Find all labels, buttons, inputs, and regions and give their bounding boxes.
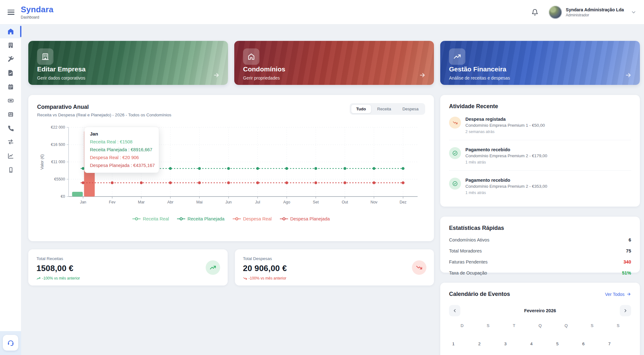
sidebar-item-agenda[interactable]	[0, 80, 21, 94]
calendar-day[interactable]: 2	[475, 339, 495, 349]
check-circle-icon	[449, 147, 461, 159]
activity-item-detail: Condomínio Empresa Premium 2 - €353,00	[465, 184, 547, 189]
arrow-right-icon	[213, 72, 220, 80]
sidebar-item-faturas[interactable]	[0, 94, 21, 108]
support-button[interactable]	[3, 335, 18, 351]
sidebar-item-condominios[interactable]	[0, 38, 21, 52]
sidebar-item-movimentos[interactable]	[0, 135, 21, 149]
view-all-link[interactable]: Ver Todos	[605, 292, 631, 297]
calendar-day-cell[interactable]: 4	[527, 339, 553, 355]
legend-item[interactable]: Receita Planejada	[177, 216, 225, 221]
calendar-days-grid: 1234567891011121314	[449, 339, 631, 355]
tab-receita[interactable]: Receita	[372, 104, 397, 114]
sidebar-footer	[0, 331, 21, 355]
building-icon	[7, 42, 14, 49]
svg-text:Nov: Nov	[370, 200, 378, 204]
calendar-day[interactable]: 5	[553, 339, 573, 349]
tab-despesa[interactable]: Despesa	[397, 104, 424, 114]
svg-text:Set: Set	[313, 200, 319, 204]
sidebar-item-manutencao[interactable]	[0, 52, 21, 66]
sidebar-item-relatorios[interactable]	[0, 66, 21, 80]
legend-item[interactable]: Despesa Planejada	[280, 216, 330, 221]
menu-icon[interactable]	[8, 10, 14, 15]
total-receitas-card: Total Receitas 1508,00 € -100% vs mês an…	[28, 249, 228, 286]
quick-stat-label: Condomínios Ativos	[449, 237, 489, 242]
user-block[interactable]: Syndara Administração Lda Administrador	[566, 7, 624, 17]
arrow-right-icon	[419, 72, 426, 80]
activity-item-title: Pagamento recebido	[465, 147, 547, 152]
events-calendar-card: Calendário de Eventos Ver Todos Fevereir…	[440, 283, 640, 355]
trending-up-icon	[209, 264, 216, 271]
quick-stat-value: 75	[626, 248, 631, 253]
banner-gestao-financeira[interactable]: Gestão Financeira Análise de receitas e …	[440, 41, 640, 85]
tooltip-row: Despesa Real : €20 906	[90, 155, 153, 160]
svg-text:Jan: Jan	[80, 200, 86, 204]
sidebar-item-analises[interactable]	[0, 149, 21, 163]
chevron-down-icon[interactable]	[631, 9, 636, 15]
calendar-day-cell[interactable]: 3	[501, 339, 527, 355]
calendar-weekday: D	[449, 323, 475, 332]
app-logo: Syndara	[21, 5, 53, 14]
sidebar-item-contactos[interactable]	[0, 121, 21, 135]
calendar-day-cell[interactable]: 7	[605, 339, 631, 355]
calendar-day-cell[interactable]: 2	[475, 339, 501, 355]
logo-block: Syndara Dashboard	[21, 5, 53, 19]
calendar-day-cell[interactable]: 1	[449, 339, 475, 355]
svg-text:€11 000: €11 000	[51, 160, 65, 164]
check-circle-icon	[449, 178, 461, 190]
calendar-day[interactable]: 1	[449, 339, 469, 349]
tooltip-row: Despesa Planejada : €4375,167	[90, 163, 153, 168]
legend-item[interactable]: Despesa Real	[233, 216, 272, 221]
ticket-icon	[7, 97, 14, 104]
banner-condominios[interactable]: Condomínios Gerir propriedades	[234, 41, 434, 85]
banner-editar-empresa[interactable]: Editar Empresa Gerir dados corporativos	[28, 41, 228, 85]
calendar-day[interactable]: 3	[501, 339, 521, 349]
tab-tudo[interactable]: Tudo	[351, 104, 371, 114]
user-avatar[interactable]	[549, 6, 562, 19]
activity-item-title: Despesa registada	[465, 117, 545, 122]
banner-row: Editar Empresa Gerir dados corporativos …	[28, 41, 640, 85]
banner-subtitle: Gerir propriedades	[243, 75, 280, 80]
activity-item-time: 1 mês atrás	[465, 191, 547, 195]
quick-stat-label: Taxa de Ocupação	[449, 270, 487, 275]
mobile-icon	[8, 167, 14, 173]
sidebar-item-dashboard[interactable]	[0, 25, 21, 38]
calendar-day-cell[interactable]: 5	[553, 339, 579, 355]
home-icon	[7, 28, 14, 35]
calendar-prev-button[interactable]	[449, 305, 460, 316]
sidebar-item-app-movel[interactable]	[0, 163, 21, 177]
sidebar-item-noticias[interactable]	[0, 108, 21, 121]
svg-text:€16 500: €16 500	[51, 142, 65, 147]
svg-text:€0: €0	[61, 194, 65, 199]
stat-change: -100% vs mês anterior	[243, 276, 426, 280]
svg-text:€22 000: €22 000	[51, 125, 65, 130]
recent-activity-card: Atividade Recente Despesa registadaCondo…	[440, 95, 640, 207]
legend-line-icon	[177, 217, 185, 220]
banner-subtitle: Gerir dados corporativos	[37, 75, 85, 80]
svg-text:Fev: Fev	[109, 200, 116, 204]
calendar-icon	[7, 83, 14, 90]
trending-down-icon	[416, 264, 423, 271]
svg-text:Ago: Ago	[283, 200, 290, 204]
banner-title: Editar Empresa	[37, 65, 86, 73]
svg-text:Out: Out	[342, 200, 348, 204]
calendar-day[interactable]: 6	[579, 339, 599, 349]
notifications-bell-icon[interactable]	[529, 6, 541, 19]
legend-item[interactable]: Receita Real	[132, 216, 169, 221]
trending-down-icon	[449, 117, 461, 129]
activity-item[interactable]: Pagamento recebidoCondomínio Empresa Pre…	[449, 178, 631, 201]
calendar-next-button[interactable]	[620, 305, 631, 316]
activity-item[interactable]: Pagamento recebidoCondomínio Empresa Pre…	[449, 147, 631, 171]
annual-comparison-card: Comparativo Anual Receita vs Despesa (Re…	[28, 95, 434, 241]
calendar-day[interactable]: 4	[527, 339, 547, 349]
trending-up-icon	[449, 48, 465, 65]
calendar-day-cell[interactable]: 6	[579, 339, 605, 355]
calendar-day[interactable]: 7	[605, 339, 625, 349]
top-header: Syndara Dashboard Syndara Administração …	[0, 0, 644, 25]
quick-stat-row: Taxa de Ocupação51%	[449, 270, 631, 275]
activity-item[interactable]: Despesa registadaCondomínio Empresa Prem…	[449, 117, 631, 140]
stat-cards-row: Total Receitas 1508,00 € -100% vs mês an…	[28, 249, 434, 286]
quick-stat-label: Total Moradores	[449, 248, 482, 253]
quick-stat-row: Faturas Pendentes340	[449, 259, 631, 264]
activity-item-time: 2 semanas atrás	[465, 130, 545, 134]
